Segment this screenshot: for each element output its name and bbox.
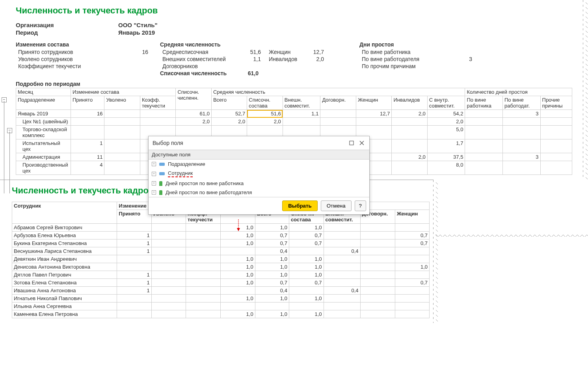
table-cell[interactable] — [117, 224, 151, 232]
table-cell[interactable]: 1,0 — [221, 239, 255, 247]
table-cell[interactable] — [186, 295, 221, 302]
table-cell[interactable]: 1 — [117, 287, 151, 295]
table-cell[interactable] — [360, 255, 395, 263]
employees-table[interactable]: Сотрудник Изменение состава Списочн. чис… — [12, 202, 430, 318]
table-cell[interactable] — [502, 161, 540, 175]
table-cell[interactable]: 1,0 — [255, 224, 289, 232]
table-cell[interactable] — [324, 310, 360, 318]
table-cell[interactable] — [324, 295, 360, 302]
table-cell[interactable] — [151, 295, 186, 302]
table-cell[interactable] — [324, 279, 360, 287]
table-cell[interactable]: 1,0 — [289, 255, 324, 263]
table-cell[interactable] — [289, 287, 324, 295]
table-cell[interactable] — [186, 255, 221, 263]
table-cell[interactable] — [392, 161, 427, 175]
table-cell[interactable] — [151, 224, 186, 232]
table-cell[interactable] — [395, 310, 429, 318]
table-cell[interactable] — [221, 247, 255, 255]
table-cell[interactable]: 1,0 — [289, 271, 324, 279]
table-cell[interactable] — [221, 302, 255, 310]
table-cell[interactable] — [360, 310, 395, 318]
table-cell[interactable] — [324, 255, 360, 263]
table-row[interactable]: Цех №1 (швейный)2,02,02,02,0 — [16, 118, 572, 126]
table-cell[interactable] — [465, 118, 503, 126]
table-cell[interactable] — [360, 287, 395, 295]
table-cell[interactable]: 2,0 — [211, 118, 247, 126]
table-cell[interactable]: Производственный цех — [16, 161, 71, 175]
table-cell[interactable] — [395, 287, 429, 295]
table-row[interactable]: Абрамов Сергей Викторович1,01,01,0 — [12, 224, 430, 232]
table-cell[interactable] — [324, 271, 360, 279]
table-cell[interactable]: 1,0 — [221, 295, 255, 302]
table-cell[interactable] — [255, 302, 289, 310]
table-cell[interactable]: 16 — [71, 110, 104, 118]
table-cell[interactable] — [104, 161, 140, 175]
expand-icon[interactable]: + — [152, 162, 156, 166]
table-cell[interactable] — [140, 118, 175, 126]
table-cell[interactable]: Букина Екатерина Степановна — [12, 239, 117, 247]
table-cell[interactable] — [117, 310, 151, 318]
table-cell[interactable] — [395, 247, 429, 255]
table-cell[interactable] — [151, 310, 186, 318]
table-row[interactable]: Игнатьев Николай Павлович1,01,01,0 — [12, 295, 430, 302]
table-cell[interactable] — [324, 224, 360, 232]
table-cell[interactable] — [320, 110, 356, 118]
table-cell[interactable] — [395, 255, 429, 263]
table-cell[interactable] — [392, 139, 427, 153]
table-cell[interactable]: 1,0 — [221, 279, 255, 287]
table-cell[interactable] — [540, 126, 572, 139]
table-row[interactable]: Ивашина Анна Антоновна10,40,4 — [12, 287, 430, 295]
select-button[interactable]: Выбрать — [282, 200, 318, 211]
table-cell[interactable] — [186, 310, 221, 318]
table-cell[interactable] — [117, 263, 151, 271]
table-cell[interactable] — [151, 263, 186, 271]
table-cell[interactable]: 52,7 — [211, 110, 247, 118]
table-cell[interactable]: 4 — [71, 161, 104, 175]
table-cell[interactable] — [502, 118, 540, 126]
table-cell[interactable]: 1,0 — [255, 271, 289, 279]
table-cell[interactable]: 1,0 — [289, 310, 324, 318]
table-row[interactable]: Девяткин Иван Андреевич1,01,01,0 — [12, 255, 430, 263]
table-cell[interactable]: Денисова Антонина Викторовна — [12, 263, 117, 271]
table-cell[interactable]: 0,7 — [395, 279, 429, 287]
table-cell[interactable]: 1,0 — [221, 232, 255, 239]
table-cell[interactable]: 54,2 — [427, 110, 465, 118]
table-cell[interactable]: 1 — [117, 239, 151, 247]
table-cell[interactable]: 0,7 — [289, 232, 324, 239]
table-cell[interactable]: Девяткин Иван Андреевич — [12, 255, 117, 263]
table-cell[interactable] — [502, 139, 540, 153]
table-row[interactable]: Каменева Елена Петровна1,01,01,0 — [12, 310, 430, 318]
field-item[interactable]: +Дней простоя по вине работодателя — [149, 188, 369, 197]
table-cell[interactable] — [502, 126, 540, 139]
table-row[interactable]: Арбузова Елена Юрьевна11,00,70,70,7 — [12, 232, 430, 239]
table-row[interactable]: Веснушкина Лариса Степановна10,40,4 — [12, 247, 430, 255]
table-row[interactable]: Зотова Елена Степановна11,00,70,70,7 — [12, 279, 430, 287]
table-cell[interactable] — [540, 161, 572, 175]
cancel-button[interactable]: Отмена — [321, 200, 352, 211]
table-cell[interactable]: 1 — [117, 232, 151, 239]
table-cell[interactable] — [151, 279, 186, 287]
table-cell[interactable] — [465, 153, 503, 161]
table-cell[interactable]: 0,4 — [324, 287, 360, 295]
table-cell[interactable] — [360, 247, 395, 255]
table-cell[interactable]: Абрамов Сергей Викторович — [12, 224, 117, 232]
table-cell[interactable]: Цех №1 (швейный) — [16, 118, 71, 126]
table-cell[interactable] — [324, 263, 360, 271]
table-cell[interactable]: 2,0 — [392, 153, 427, 161]
table-cell[interactable]: 1,0 — [255, 255, 289, 263]
table-cell[interactable] — [104, 139, 140, 153]
table-cell[interactable] — [465, 126, 503, 139]
table-cell[interactable]: 0,4 — [255, 287, 289, 295]
table-cell[interactable] — [540, 139, 572, 153]
table-cell[interactable]: 1,0 — [221, 310, 255, 318]
table-cell[interactable] — [395, 295, 429, 302]
table-cell[interactable] — [186, 239, 221, 247]
table-cell[interactable] — [465, 110, 503, 118]
table-cell[interactable] — [360, 263, 395, 271]
table-row[interactable]: Ильина Анна Сергеевна — [12, 302, 430, 310]
table-row[interactable]: Январь 20191661,052,751,61,112,72,054,23 — [16, 110, 572, 118]
table-cell[interactable] — [71, 118, 104, 126]
table-cell[interactable]: 0,7 — [255, 232, 289, 239]
expand-icon[interactable]: + — [152, 172, 156, 176]
table-cell[interactable] — [140, 110, 175, 118]
